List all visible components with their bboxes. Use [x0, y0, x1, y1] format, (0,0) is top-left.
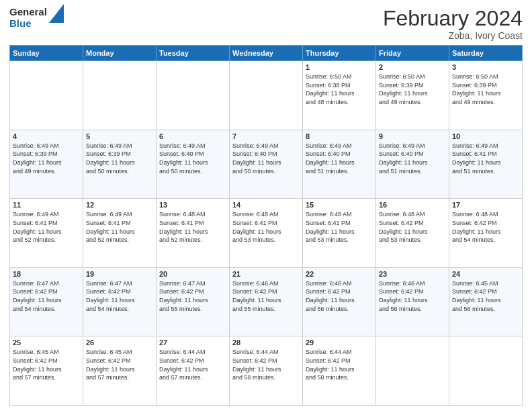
day-info: Sunrise: 6:48 AM Sunset: 6:41 PM Dayligh…: [232, 210, 300, 244]
day-info: Sunrise: 6:48 AM Sunset: 6:41 PM Dayligh…: [159, 210, 226, 244]
weekday-header-cell: Tuesday: [157, 46, 230, 61]
weekday-header: SundayMondayTuesdayWednesdayThursdayFrid…: [10, 46, 523, 61]
day-number: 28: [232, 338, 300, 347]
calendar-cell: [157, 61, 230, 130]
day-number: 8: [306, 132, 373, 140]
day-info: Sunrise: 6:48 AM Sunset: 6:41 PM Dayligh…: [306, 210, 373, 244]
calendar-cell: 1Sunrise: 6:50 AM Sunset: 6:38 PM Daylig…: [303, 61, 376, 130]
day-info: Sunrise: 6:47 AM Sunset: 6:42 PM Dayligh…: [86, 279, 153, 313]
day-info: Sunrise: 6:49 AM Sunset: 6:40 PM Dayligh…: [306, 142, 373, 175]
day-number: 19: [86, 270, 153, 278]
day-info: Sunrise: 6:45 AM Sunset: 6:42 PM Dayligh…: [86, 348, 153, 381]
weekday-header-cell: Thursday: [303, 46, 376, 61]
calendar-cell: 13Sunrise: 6:48 AM Sunset: 6:41 PM Dayli…: [157, 199, 230, 268]
title-section: February 2024 Zoba, Ivory Coast: [383, 7, 523, 41]
calendar-week-row: 18Sunrise: 6:47 AM Sunset: 6:42 PM Dayli…: [10, 267, 523, 336]
calendar-cell: 5Sunrise: 6:49 AM Sunset: 6:39 PM Daylig…: [83, 130, 157, 199]
calendar-cell: 14Sunrise: 6:48 AM Sunset: 6:41 PM Dayli…: [230, 199, 303, 268]
calendar-cell: 15Sunrise: 6:48 AM Sunset: 6:41 PM Dayli…: [303, 199, 376, 268]
day-info: Sunrise: 6:47 AM Sunset: 6:42 PM Dayligh…: [159, 279, 226, 313]
weekday-header-cell: Friday: [376, 46, 449, 61]
calendar-cell: 12Sunrise: 6:49 AM Sunset: 6:41 PM Dayli…: [83, 199, 157, 268]
calendar-cell: 11Sunrise: 6:49 AM Sunset: 6:41 PM Dayli…: [10, 199, 83, 268]
calendar-cell: 4Sunrise: 6:49 AM Sunset: 6:39 PM Daylig…: [10, 130, 83, 199]
calendar-week-row: 1Sunrise: 6:50 AM Sunset: 6:38 PM Daylig…: [10, 61, 523, 130]
day-number: 12: [86, 201, 153, 209]
svg-marker-0: [49, 4, 64, 23]
day-number: 16: [379, 201, 446, 209]
day-info: Sunrise: 6:50 AM Sunset: 6:38 PM Dayligh…: [306, 73, 373, 106]
calendar-week-row: 11Sunrise: 6:49 AM Sunset: 6:41 PM Dayli…: [10, 199, 523, 268]
logo-icon: [49, 4, 64, 23]
day-info: Sunrise: 6:45 AM Sunset: 6:42 PM Dayligh…: [13, 348, 80, 381]
day-info: Sunrise: 6:49 AM Sunset: 6:41 PM Dayligh…: [13, 210, 80, 244]
day-number: 17: [452, 201, 519, 209]
day-number: 22: [306, 270, 373, 278]
day-number: 4: [13, 132, 80, 140]
calendar-cell: 18Sunrise: 6:47 AM Sunset: 6:42 PM Dayli…: [10, 267, 83, 336]
day-number: 11: [13, 201, 80, 209]
day-info: Sunrise: 6:49 AM Sunset: 6:40 PM Dayligh…: [159, 142, 226, 175]
calendar-cell: 21Sunrise: 6:46 AM Sunset: 6:42 PM Dayli…: [230, 267, 303, 336]
calendar-cell: 19Sunrise: 6:47 AM Sunset: 6:42 PM Dayli…: [83, 267, 157, 336]
logo-text: General Blue: [9, 7, 47, 29]
header: General Blue February 2024 Zoba, Ivory C…: [9, 7, 523, 41]
calendar-week-row: 4Sunrise: 6:49 AM Sunset: 6:39 PM Daylig…: [10, 130, 523, 199]
day-number: 25: [13, 338, 80, 347]
day-number: 10: [452, 132, 519, 140]
day-info: Sunrise: 6:46 AM Sunset: 6:42 PM Dayligh…: [379, 279, 446, 313]
day-number: 21: [232, 270, 300, 278]
day-number: 9: [379, 132, 446, 140]
calendar-cell: [83, 61, 157, 130]
subtitle: Zoba, Ivory Coast: [383, 30, 523, 41]
day-info: Sunrise: 6:45 AM Sunset: 6:42 PM Dayligh…: [452, 279, 519, 313]
calendar-cell: 9Sunrise: 6:49 AM Sunset: 6:40 PM Daylig…: [376, 130, 449, 199]
calendar-cell: 28Sunrise: 6:44 AM Sunset: 6:42 PM Dayli…: [230, 336, 303, 406]
calendar-cell: [449, 336, 523, 406]
calendar-cell: 8Sunrise: 6:49 AM Sunset: 6:40 PM Daylig…: [303, 130, 376, 199]
day-number: 3: [452, 63, 519, 71]
calendar-cell: 29Sunrise: 6:44 AM Sunset: 6:42 PM Dayli…: [303, 336, 376, 406]
day-number: 13: [159, 201, 226, 209]
weekday-header-cell: Monday: [83, 46, 157, 61]
calendar-cell: 27Sunrise: 6:44 AM Sunset: 6:42 PM Dayli…: [157, 336, 230, 406]
logo-blue-text: Blue: [9, 18, 47, 30]
day-number: 2: [379, 63, 446, 71]
day-info: Sunrise: 6:49 AM Sunset: 6:41 PM Dayligh…: [86, 210, 153, 244]
day-info: Sunrise: 6:49 AM Sunset: 6:41 PM Dayligh…: [452, 142, 519, 175]
day-number: 5: [86, 132, 153, 140]
day-number: 18: [13, 270, 80, 278]
day-number: 1: [306, 63, 373, 71]
day-number: 27: [159, 338, 226, 347]
logo-general-text: General: [9, 7, 47, 18]
day-number: 7: [232, 132, 300, 140]
day-info: Sunrise: 6:49 AM Sunset: 6:39 PM Dayligh…: [13, 142, 80, 175]
calendar-week-row: 25Sunrise: 6:45 AM Sunset: 6:42 PM Dayli…: [10, 336, 523, 406]
day-info: Sunrise: 6:44 AM Sunset: 6:42 PM Dayligh…: [306, 348, 373, 381]
day-info: Sunrise: 6:44 AM Sunset: 6:42 PM Dayligh…: [232, 348, 300, 381]
calendar-cell: 25Sunrise: 6:45 AM Sunset: 6:42 PM Dayli…: [10, 336, 83, 406]
calendar-cell: 3Sunrise: 6:50 AM Sunset: 6:39 PM Daylig…: [449, 61, 523, 130]
day-number: 29: [306, 338, 373, 347]
calendar-cell: 22Sunrise: 6:46 AM Sunset: 6:42 PM Dayli…: [303, 267, 376, 336]
month-title: February 2024: [383, 7, 523, 30]
day-number: 20: [159, 270, 226, 278]
day-number: 24: [452, 270, 519, 278]
day-number: 23: [379, 270, 446, 278]
day-info: Sunrise: 6:48 AM Sunset: 6:42 PM Dayligh…: [379, 210, 446, 244]
calendar-cell: 10Sunrise: 6:49 AM Sunset: 6:41 PM Dayli…: [449, 130, 523, 199]
weekday-header-cell: Sunday: [10, 46, 83, 61]
day-info: Sunrise: 6:50 AM Sunset: 6:39 PM Dayligh…: [452, 73, 519, 106]
calendar-cell: 6Sunrise: 6:49 AM Sunset: 6:40 PM Daylig…: [157, 130, 230, 199]
weekday-header-cell: Wednesday: [230, 46, 303, 61]
calendar-cell: 16Sunrise: 6:48 AM Sunset: 6:42 PM Dayli…: [376, 199, 449, 268]
day-info: Sunrise: 6:48 AM Sunset: 6:42 PM Dayligh…: [452, 210, 519, 244]
calendar-cell: 2Sunrise: 6:50 AM Sunset: 6:39 PM Daylig…: [376, 61, 449, 130]
calendar-cell: 23Sunrise: 6:46 AM Sunset: 6:42 PM Dayli…: [376, 267, 449, 336]
day-info: Sunrise: 6:50 AM Sunset: 6:39 PM Dayligh…: [379, 73, 446, 106]
calendar-cell: 7Sunrise: 6:49 AM Sunset: 6:40 PM Daylig…: [230, 130, 303, 199]
day-info: Sunrise: 6:49 AM Sunset: 6:40 PM Dayligh…: [379, 142, 446, 175]
day-number: 26: [86, 338, 153, 347]
day-info: Sunrise: 6:47 AM Sunset: 6:42 PM Dayligh…: [13, 279, 80, 313]
day-info: Sunrise: 6:46 AM Sunset: 6:42 PM Dayligh…: [306, 279, 373, 313]
